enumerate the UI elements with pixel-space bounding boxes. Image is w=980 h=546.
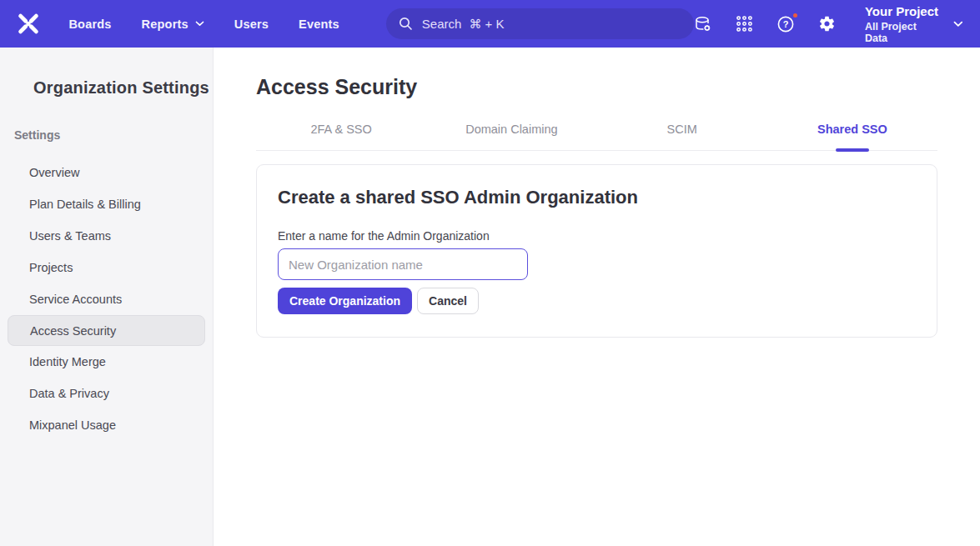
- active-tab-indicator: [836, 148, 869, 152]
- primary-nav: Boards Reports Users Events: [68, 18, 339, 31]
- nav-item-events[interactable]: Events: [299, 18, 339, 31]
- create-organization-button[interactable]: Create Organization: [278, 288, 412, 314]
- top-navbar: Boards Reports Users Events Search ⌘ + K: [0, 0, 980, 48]
- data-settings-icon[interactable]: [694, 14, 713, 34]
- sidebar-item-plan-details-billing[interactable]: Plan Details & Billing: [0, 188, 213, 220]
- organization-name-label: Enter a name for the Admin Organization: [278, 229, 916, 243]
- tab-shared-sso[interactable]: Shared SSO: [767, 123, 937, 150]
- chevron-down-icon: [953, 21, 963, 28]
- nav-item-label: Users: [234, 18, 269, 31]
- nav-item-reports[interactable]: Reports: [142, 18, 204, 31]
- project-selector[interactable]: Your Project All Project Data: [865, 4, 963, 44]
- navbar-right-group: ? Your Project All Project Data: [694, 4, 963, 44]
- help-icon[interactable]: ?: [776, 14, 795, 34]
- page-title: Access Security: [256, 75, 937, 99]
- project-name: Your Project: [865, 4, 939, 18]
- global-search-input[interactable]: Search ⌘ + K: [386, 8, 694, 39]
- tab-bar: 2FA & SSO Domain Claiming SCIM Shared SS…: [256, 123, 937, 151]
- create-shared-sso-card: Create a shared SSO Admin Organization E…: [256, 164, 937, 338]
- apps-grid-icon[interactable]: [735, 14, 754, 34]
- settings-gear-icon[interactable]: [817, 14, 837, 34]
- settings-sidebar: Organization Settings Settings Overview …: [0, 48, 214, 546]
- sidebar-item-mixpanel-usage[interactable]: Mixpanel Usage: [0, 409, 213, 441]
- chevron-down-icon: [195, 21, 204, 27]
- sidebar-nav: Overview Plan Details & Billing Users & …: [0, 157, 213, 441]
- search-placeholder: Search ⌘ + K: [422, 17, 505, 32]
- sidebar-item-projects[interactable]: Projects: [0, 252, 213, 283]
- nav-item-boards[interactable]: Boards: [68, 18, 111, 31]
- sidebar-title: Organization Settings: [33, 78, 213, 98]
- tab-domain-claiming[interactable]: Domain Claiming: [426, 123, 596, 150]
- mixpanel-logo-icon: [16, 13, 41, 35]
- sidebar-item-overview[interactable]: Overview: [0, 157, 213, 188]
- sidebar-item-identity-merge[interactable]: Identity Merge: [0, 346, 213, 378]
- svg-text:?: ?: [783, 19, 789, 29]
- organization-name-input[interactable]: [278, 248, 528, 280]
- notification-badge: [792, 12, 799, 19]
- nav-item-users[interactable]: Users: [234, 18, 269, 31]
- tab-label: Shared SSO: [817, 123, 887, 136]
- tab-2fa-sso[interactable]: 2FA & SSO: [256, 123, 426, 150]
- mixpanel-logo[interactable]: [15, 12, 41, 37]
- main-content: Access Security 2FA & SSO Domain Claimin…: [214, 0, 980, 338]
- sidebar-item-data-privacy[interactable]: Data & Privacy: [0, 378, 213, 409]
- project-scope: All Project Data: [865, 21, 939, 44]
- sidebar-item-users-teams[interactable]: Users & Teams: [0, 220, 213, 252]
- sidebar-section-label: Settings: [14, 128, 213, 142]
- nav-item-label: Boards: [68, 18, 111, 31]
- card-title: Create a shared SSO Admin Organization: [278, 187, 916, 208]
- cancel-button[interactable]: Cancel: [417, 288, 479, 314]
- nav-item-label: Reports: [142, 18, 188, 31]
- nav-item-label: Events: [299, 18, 339, 31]
- card-actions: Create Organization Cancel: [278, 288, 916, 314]
- sidebar-item-service-accounts[interactable]: Service Accounts: [0, 283, 213, 315]
- tab-scim[interactable]: SCIM: [597, 123, 767, 150]
- sidebar-item-access-security[interactable]: Access Security: [8, 315, 205, 346]
- search-icon: [399, 17, 413, 31]
